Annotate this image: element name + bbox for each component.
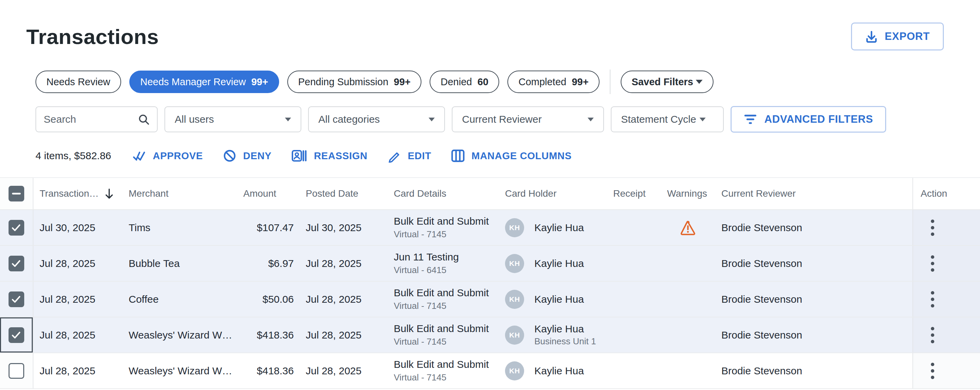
table-row[interactable]: Jul 28, 2025 Bubble Tea $6.97 Jul 28, 20… — [0, 246, 980, 282]
sort-descending-icon[interactable] — [103, 187, 115, 200]
current-reviewer-cell: Brodie Stevenson — [721, 353, 912, 388]
column-label: Merchant — [129, 188, 169, 199]
current-reviewer-cell: Brodie Stevenson — [721, 282, 912, 317]
row-actions-menu-icon[interactable] — [928, 359, 938, 382]
tab-count: 99+ — [394, 76, 410, 87]
row-actions-menu-icon[interactable] — [928, 323, 938, 347]
card-details-cell: Bulk Edit and Submit Virtual - 7145 — [394, 317, 505, 352]
row-checkbox-cell — [0, 282, 33, 317]
receipt-cell — [613, 282, 667, 317]
tab-needs-review[interactable]: Needs Review — [35, 71, 121, 93]
transaction-date-cell: Jul 28, 2025 — [33, 282, 128, 317]
merchant-cell: Weasleys' Wizard W… — [128, 317, 240, 352]
merchant-cell: Weasleys' Wizard W… — [128, 353, 240, 388]
current-reviewer-dropdown[interactable]: Current Reviewer — [452, 106, 604, 132]
column-header-merchant[interactable]: Merchant — [128, 178, 240, 209]
row-checkbox[interactable] — [8, 256, 24, 271]
tab-label: Needs Manager Review — [140, 76, 246, 87]
deny-icon — [223, 149, 237, 163]
column-header-posted-date[interactable]: Posted Date — [299, 178, 394, 209]
column-header-transaction-date[interactable]: Transaction… — [33, 178, 128, 209]
column-label: Action — [921, 188, 947, 199]
table-row[interactable]: Jul 28, 2025 Weasleys' Wizard W… $418.36… — [0, 317, 980, 353]
manage-columns-label: MANAGE COLUMNS — [472, 151, 571, 162]
column-header-receipt[interactable]: Receipt — [613, 178, 667, 209]
column-header-card-details[interactable]: Card Details — [394, 178, 505, 209]
column-header-current-reviewer[interactable]: Current Reviewer — [721, 178, 912, 209]
column-label: Transaction… — [40, 188, 99, 199]
tab-pending-submission[interactable]: Pending Submission 99+ — [287, 71, 422, 93]
tab-denied[interactable]: Denied 60 — [430, 71, 499, 93]
statement-cycle-dropdown[interactable]: Statement Cycle — [611, 106, 724, 132]
row-actions-menu-icon[interactable] — [928, 252, 938, 275]
search-input[interactable] — [44, 114, 138, 125]
edit-button[interactable]: EDIT — [387, 149, 431, 163]
posted-date-cell: Jul 28, 2025 — [299, 317, 394, 352]
row-actions-menu-icon[interactable] — [928, 288, 938, 311]
chevron-down-icon — [429, 117, 435, 121]
receipt-cell — [613, 353, 667, 388]
divider — [610, 70, 611, 94]
table-row[interactable]: Jul 28, 2025 Coffee $50.06 Jul 28, 2025 … — [0, 282, 980, 317]
transaction-date-cell: Jul 30, 2025 — [33, 210, 128, 245]
row-checkbox[interactable] — [8, 327, 24, 343]
action-cell — [912, 210, 980, 245]
warnings-cell — [667, 353, 721, 388]
search-box[interactable] — [35, 106, 158, 132]
download-icon — [865, 30, 878, 43]
status-tabs: Needs Review Needs Manager Review 99+ Pe… — [35, 70, 713, 94]
row-checkbox[interactable] — [8, 220, 24, 236]
card-name: Bulk Edit and Submit — [394, 323, 488, 335]
reassign-button[interactable]: REASSIGN — [291, 149, 368, 162]
deny-label: DENY — [243, 151, 272, 162]
holder-name: Kaylie Hua — [535, 222, 584, 233]
bulk-action-bar: 4 items, $582.86 APPROVE DENY REASSIGN E… — [35, 149, 571, 163]
advanced-filters-button[interactable]: ADVANCED FILTERS — [730, 106, 886, 133]
reassign-label: REASSIGN — [314, 151, 368, 162]
column-label: Posted Date — [306, 188, 358, 199]
users-dropdown[interactable]: All users — [164, 106, 301, 132]
card-details-cell: Jun 11 Testing Virtual - 6415 — [394, 246, 505, 281]
table-row[interactable]: Jul 28, 2025 Weasleys' Wizard W… $418.36… — [0, 353, 980, 389]
card-name: Bulk Edit and Submit — [394, 287, 488, 299]
row-actions-menu-icon[interactable] — [928, 216, 938, 239]
card-holder-cell: KH Kaylie Hua Business Unit 1 — [505, 317, 613, 352]
column-header-amount[interactable]: Amount — [240, 178, 299, 209]
holder-name: Kaylie Hua — [535, 293, 584, 305]
filters-row: All users All categories Current Reviewe… — [35, 106, 886, 133]
column-header-warnings[interactable]: Warnings — [667, 178, 721, 209]
row-checkbox-cell — [0, 246, 33, 281]
export-button[interactable]: EXPORT — [851, 22, 944, 51]
posted-date-cell: Jul 28, 2025 — [299, 282, 394, 317]
select-all-checkbox[interactable] — [8, 186, 24, 201]
column-label: Amount — [243, 188, 277, 199]
categories-dropdown[interactable]: All categories — [308, 106, 445, 132]
saved-filters-button[interactable]: Saved Filters — [621, 71, 714, 93]
approve-button[interactable]: APPROVE — [132, 149, 203, 163]
deny-button[interactable]: DENY — [223, 149, 272, 163]
row-checkbox[interactable] — [8, 363, 24, 379]
row-checkbox-cell — [0, 353, 33, 388]
row-checkbox[interactable] — [8, 292, 24, 307]
avatar: KH — [505, 218, 524, 237]
warnings-cell — [667, 282, 721, 317]
card-holder-cell: KH Kaylie Hua — [505, 282, 613, 317]
holder-business-unit: Business Unit 1 — [535, 336, 596, 347]
saved-filters-label: Saved Filters — [632, 76, 694, 87]
current-reviewer-cell: Brodie Stevenson — [721, 210, 912, 245]
amount-cell: $6.97 — [240, 246, 299, 281]
column-header-card-holder[interactable]: Card Holder — [505, 178, 613, 209]
transactions-table: Transaction… Merchant Amount Posted Date… — [0, 177, 980, 389]
warning-triangle-icon[interactable] — [680, 220, 696, 235]
transaction-date-cell: Jul 28, 2025 — [33, 317, 128, 352]
posted-date-cell: Jul 30, 2025 — [299, 210, 394, 245]
table-row[interactable]: Jul 30, 2025 Tims $107.47 Jul 30, 2025 B… — [0, 210, 980, 246]
amount-cell: $418.36 — [240, 317, 299, 352]
tab-completed[interactable]: Completed 99+ — [508, 71, 599, 93]
chevron-down-icon — [696, 80, 703, 84]
action-cell — [912, 317, 980, 352]
manage-columns-button[interactable]: MANAGE COLUMNS — [451, 149, 571, 163]
warnings-cell — [667, 246, 721, 281]
tab-needs-manager-review[interactable]: Needs Manager Review 99+ — [129, 71, 279, 93]
receipt-cell — [613, 317, 667, 352]
